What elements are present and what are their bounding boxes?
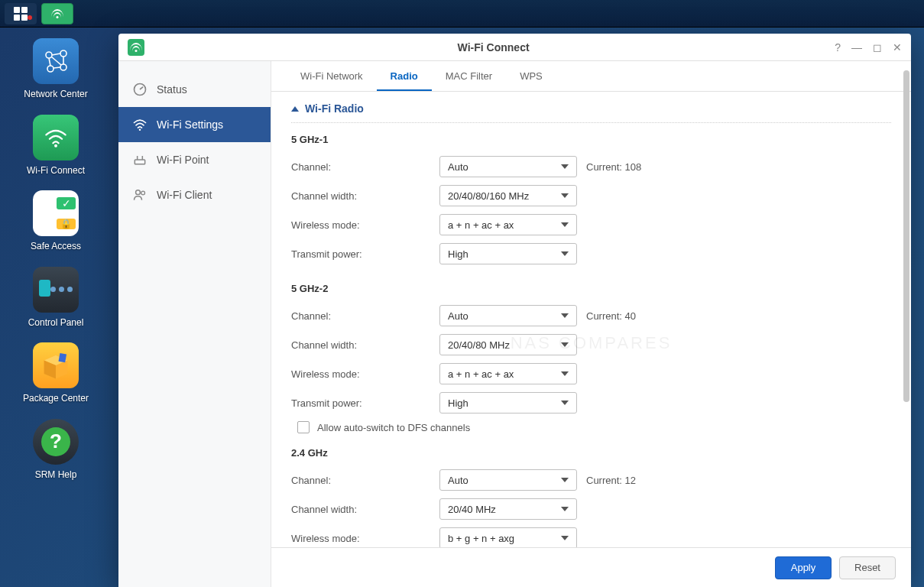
dropdown-arrow-icon [561,478,569,482]
dropdown-arrow-icon [561,193,569,198]
main-menu-button[interactable] [5,3,37,24]
field-row: Transmit power: High [291,243,891,264]
field-row: Channel: Auto Current: 12 [291,469,891,491]
svg-rect-10 [59,353,67,362]
dropdown-arrow-icon [561,536,569,540]
network-icon [33,38,79,84]
tab-wifi-network[interactable]: Wi-Fi Network [287,63,377,91]
field-row: Channel width: 20/40/80/160 MHz [291,185,891,206]
field-label: Channel width: [291,339,439,351]
svg-line-12 [140,87,143,89]
scrollbar[interactable] [903,70,909,544]
minimize-button[interactable]: — [851,41,862,54]
band-heading: 2.4 GHz [291,447,891,459]
sidebar-item-wifi-settings[interactable]: Wi-Fi Settings [118,107,271,142]
desktop: Network Center Wi-Fi Connect ✓ 🔒 Safe Ac… [0,28,112,587]
wifi-icon [132,117,148,132]
taskbar [0,0,924,28]
desktop-icon-network-center[interactable]: Network Center [14,38,98,101]
channel-width-select[interactable]: 20/40/80/160 MHz [439,185,577,206]
channel-width-select[interactable]: 20/40/80 MHz [439,334,577,355]
desktop-icon-label: SRM Help [14,469,98,482]
desktop-icon-package-center[interactable]: Package Center [14,342,98,405]
desktop-icon-srm-help[interactable]: ? SRM Help [14,419,98,482]
users-icon [132,187,148,203]
field-row: Channel width: 20/40/80 MHz [291,334,891,355]
reset-button[interactable]: Reset [839,556,896,579]
svg-point-18 [141,191,145,195]
tab-wps[interactable]: WPS [506,63,556,91]
tab-radio[interactable]: Radio [377,63,432,91]
desktop-icon-wifi-connect[interactable]: Wi-Fi Connect [14,115,98,177]
apply-button[interactable]: Apply [775,556,832,579]
channel-select[interactable]: Auto [439,469,577,491]
field-row: Wireless mode: a + n + ac + ax [291,214,891,235]
band-heading: 5 GHz-1 [291,134,891,145]
svg-line-4 [52,54,60,55]
field-row: Channel: Auto Current: 40 [291,305,891,326]
dropdown-arrow-icon [561,507,569,511]
dropdown-arrow-icon [561,401,569,405]
section-toggle[interactable]: Wi-Fi Radio [291,102,891,123]
taskbar-wifi-connect[interactable] [41,3,73,24]
band-heading: 5 GHz-2 [291,283,891,294]
sidebar-item-status[interactable]: Status [118,72,271,107]
svg-line-8 [51,57,61,65]
field-label: Transmit power: [291,397,439,409]
close-button[interactable]: ✕ [893,41,902,54]
svg-point-17 [136,190,141,195]
app-icon [128,39,144,56]
desktop-icon-label: Safe Access [14,241,98,253]
channel-current: Current: 108 [586,161,641,173]
sidebar: Status Wi-Fi Settings Wi-Fi Point Wi-Fi … [118,61,271,587]
sidebar-item-label: Wi-Fi Client [157,189,212,201]
field-row: Wireless mode: a + n + ac + ax [291,363,891,384]
field-row: Channel width: 20/40 MHz [291,498,891,520]
desktop-icon-label: Control Panel [14,317,98,329]
scrollbar-thumb[interactable] [903,70,909,402]
tab-mac-filter[interactable]: MAC Filter [432,63,506,91]
dfs-checkbox-row[interactable]: Allow auto-switch to DFS channels [297,421,891,433]
channel-select[interactable]: Auto [439,305,577,326]
desktop-icon-control-panel[interactable]: Control Panel [14,267,98,329]
wireless-mode-select[interactable]: a + n + ac + ax [439,363,577,384]
app-window: Wi-Fi Connect ? — ◻ ✕ Status Wi-Fi Setti… [118,34,911,587]
content-area: NAS COMPARES Wi-Fi Radio 5 GHz-1 Channel… [271,92,911,547]
dropdown-arrow-icon [561,313,569,318]
svg-line-5 [49,58,50,66]
field-label: Channel: [291,310,439,322]
dropdown-arrow-icon [561,222,569,227]
svg-point-3 [60,64,66,70]
field-row: Wireless mode: b + g + n + axg [291,527,891,547]
wifi-icon [33,115,79,161]
control-panel-icon [33,267,79,313]
main-panel: Wi-Fi Network Radio MAC Filter WPS NAS C… [271,61,911,587]
svg-point-2 [47,66,53,72]
field-label: Wireless mode: [291,219,439,231]
wireless-mode-select[interactable]: b + g + n + axg [439,527,577,547]
sidebar-item-wifi-point[interactable]: Wi-Fi Point [118,142,271,177]
channel-width-select[interactable]: 20/40 MHz [439,498,577,520]
channel-current: Current: 40 [586,310,636,322]
dropdown-arrow-icon [561,251,569,256]
notification-dot [28,15,32,20]
sidebar-item-wifi-client[interactable]: Wi-Fi Client [118,177,271,212]
desktop-icon-safe-access[interactable]: ✓ 🔒 Safe Access [14,190,98,253]
channel-current: Current: 12 [586,475,636,486]
svg-line-6 [53,67,60,68]
wireless-mode-select[interactable]: a + n + ac + ax [439,214,577,235]
field-label: Wireless mode: [291,368,439,380]
sidebar-item-label: Wi-Fi Settings [157,118,223,131]
sidebar-item-label: Wi-Fi Point [157,154,209,166]
field-label: Channel: [291,475,439,486]
help-button[interactable]: ? [835,41,841,54]
svg-point-9 [54,144,57,147]
transmit-power-select[interactable]: High [439,392,577,413]
gauge-icon [132,82,148,97]
channel-select[interactable]: Auto [439,156,577,177]
dropdown-arrow-icon [561,164,569,169]
svg-point-1 [60,50,66,57]
window-title: Wi-Fi Connect [152,41,835,54]
maximize-button[interactable]: ◻ [873,41,882,54]
transmit-power-select[interactable]: High [439,243,577,264]
